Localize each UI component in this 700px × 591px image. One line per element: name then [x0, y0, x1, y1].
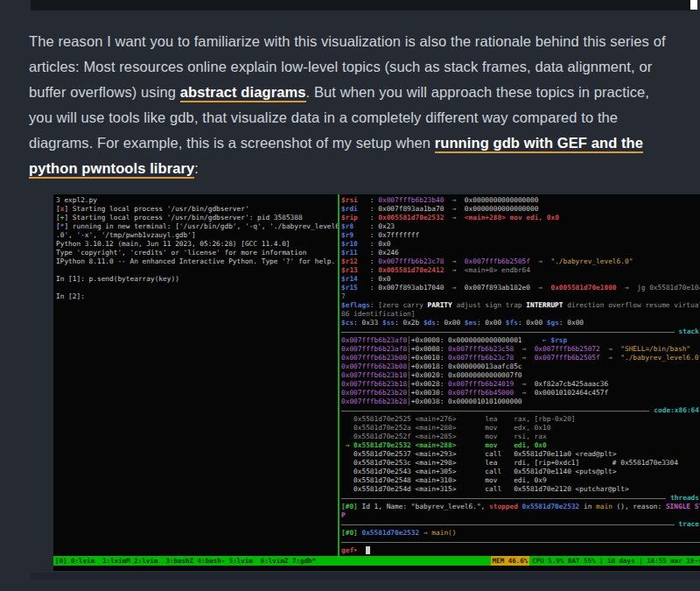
text-segment: 0x007fffb6b23b18	[341, 380, 407, 388]
text-segment: in	[579, 503, 596, 510]
terminal-line: $r15 : 0x007f893ab17040 → 0x007f893ab182…	[341, 284, 700, 292]
terminal-line: → 0x5581d70e2532 <main+288> mov edi, 0x0	[341, 441, 700, 450]
text-segment: →	[530, 257, 550, 265]
text-segment: 0x0000000000000001	[448, 336, 522, 344]
text-segment: 0x007fffb6b24019	[448, 380, 514, 388]
text-segment: 0x007fffb6b2505f	[535, 354, 600, 362]
terminal-line: [#0] Id 1, Name: "babyrev_level6.", stop…	[341, 503, 700, 511]
inline-link[interactable]: abstract diagrams	[180, 84, 306, 102]
text-segment: Python 3.10.12 (main, Jun 11 2023, 05:26…	[56, 240, 290, 248]
terminal-bottom-edge	[53, 566, 700, 571]
text-segment: <main+288> mov edi, 0x0	[465, 214, 559, 222]
text-segment: (), reason:	[612, 503, 666, 510]
text-segment: Id 1, Name: "babyrev_level6.",	[358, 503, 489, 510]
terminal-screenshot: 3 expl2.py[x] Starting local process '/u…	[53, 194, 700, 571]
text-segment: →	[419, 529, 431, 537]
terminal-line: 0x007fffb6b23b18│+0x0028: 0x007fffb6b240…	[341, 380, 700, 389]
text-segment: +0x0038:	[411, 398, 448, 405]
text-segment: gef➤	[341, 546, 358, 554]
text-segment: 0x5581d70e253c <main+298> lea rdi, [rip+…	[341, 459, 678, 467]
terminal-line: $r13 : 0x005581d70e2412 → <main+0> endbr…	[341, 266, 700, 275]
text-segment: 0x00000000000007f0	[448, 371, 522, 379]
section-divider	[341, 538, 700, 546]
terminal-line: Python 3.10.12 (main, Jun 11 2023, 05:26…	[56, 240, 338, 249]
text-segment: P	[341, 511, 346, 519]
text-segment: :	[358, 257, 378, 265]
text-segment: : 0x33	[354, 319, 382, 327]
tmux-system-info: CPU 5.9% BAT 55% | 10 days | 16:55 mar 1…	[529, 556, 700, 566]
text-segment: 0x23	[378, 222, 395, 230]
terminal-line: $cs: 0x33 $ss: 0x2b $ds: 0x00 $es: 0x00 …	[341, 319, 700, 327]
text-segment: 0x007f893ab182e0	[465, 284, 530, 292]
terminal-line: P	[341, 511, 700, 520]
text-segment: 0x005581d70e1000	[550, 284, 616, 292]
terminal-line: 7	[341, 292, 700, 301]
text-segment: :	[358, 205, 378, 213]
terminal-line: 0x5581d70e2537 <main+293> call 0x5581d70…	[341, 450, 700, 459]
text-segment: 0x246	[378, 249, 398, 257]
terminal-line: 0x5581d70e253c <main+298> lea rdi, [rip+…	[341, 459, 700, 468]
terminal-line: $r9 : 0x7fffffff	[341, 231, 700, 240]
text-segment: 7	[341, 292, 346, 300]
text-segment: →	[341, 441, 354, 449]
terminal-line: 0x5581d70e2548 <main+310> mov edi, 0x9	[341, 476, 700, 485]
text-segment: "./babyrev_level6.0"	[550, 257, 633, 265]
text-segment: $r10	[341, 240, 358, 248]
text-segment: 0x7fffffff	[378, 231, 419, 239]
text-segment: IPython 8.11.0 -- An enhanced Interactiv…	[56, 257, 335, 265]
text-segment: +0x0010:	[411, 354, 448, 362]
terminal-line: 0x5581d70e252a <main+280> mov edx, 0x10	[341, 424, 700, 433]
terminal-line: In [2]:	[56, 292, 338, 301]
text-segment: 0x5581d70e252f <main+285> mov rsi, rax	[341, 433, 547, 440]
text-segment: $ss	[382, 319, 395, 327]
text-segment: 0x5581d70e2525 <main+276> lea rax, [rbp-…	[341, 415, 576, 423]
terminal-line: [#0] 0x5581d70e2532 → main()	[341, 529, 700, 538]
text-segment: : 0x00	[518, 319, 547, 327]
text-segment: PARITY	[428, 301, 452, 309]
text-segment: 0x000000013aafc85c	[448, 362, 522, 370]
tmux-mem-badge: MEM 46.6%	[491, 556, 530, 566]
section-divider: stack	[341, 327, 700, 336]
paragraph-text: :	[194, 160, 199, 176]
text-segment: →	[444, 205, 464, 213]
terminal-line	[56, 266, 338, 275]
terminal-line: 0x5581d70e2543 <main+305> call 0x5581d70…	[341, 468, 700, 476]
terminal-line: $r14 : 0x0	[341, 275, 700, 284]
text-segment: 0x5581d70e2543 <main+305> call 0x5581d70…	[341, 468, 617, 475]
text-segment: [#0]	[341, 529, 358, 537]
terminal-line: 0x007fffb6b23b10│+0x0020: 0x000000000000…	[341, 371, 700, 380]
terminal-line: 0x007fffb6b23b20│+0x0030: 0x007fffb6b450…	[341, 389, 700, 398]
text-segment: : 0x00	[477, 319, 506, 327]
terminal-line: [*] running in new terminal: ['/usr/bin/…	[56, 222, 338, 231]
terminal-line: Type 'copyright', 'credits' or 'license'…	[56, 249, 338, 257]
text-segment: 0x5581d70e254d <main+315> call 0x5581d70…	[341, 485, 629, 493]
terminal-line: 0x007fffb6b23b28│+0x0038: 0x000001010100…	[341, 398, 700, 406]
text-segment: SINGLE STE	[666, 503, 700, 510]
text-segment: 0x007fffb6b45000	[448, 389, 514, 397]
text-segment: $rsi	[341, 196, 358, 204]
terminal-line: $r10 : 0x0	[341, 240, 700, 249]
terminal-line: IPython 8.11.0 -- An enhanced Interactiv…	[56, 257, 338, 266]
text-segment: [#0]	[341, 503, 358, 510]
text-segment: 0x5581d70e2532	[361, 529, 419, 537]
text-segment: 0x007f893ab17040	[378, 284, 444, 292]
terminal-line: $rdi : 0x007f893aa1ba70 → 0x000000000000…	[341, 205, 700, 214]
text-segment: :	[358, 266, 378, 274]
scrollbar-thumb[interactable]	[690, 0, 697, 10]
tmux-panes: 3 expl2.py[x] Starting local process '/u…	[53, 194, 700, 556]
text-segment: →	[444, 266, 464, 274]
text-segment: <main+0> endbr64	[465, 266, 530, 274]
text-segment: 0x007fffb6b23b20	[341, 389, 407, 397]
text-segment: ] Starting local process '/usr/bin/gdbse…	[64, 214, 302, 222]
text-segment: In [2]:	[56, 292, 85, 300]
text-segment: →	[444, 257, 464, 265]
text-segment: :	[354, 231, 378, 239]
text-segment	[366, 546, 370, 554]
text-segment: ] Starting local process '/usr/bin/gdbse…	[64, 205, 248, 213]
terminal-line: $rsi : 0x007fffb6b23b40 → 0x000000000000…	[341, 196, 700, 205]
text-segment: adjust sign trap	[452, 301, 527, 309]
divider-line	[341, 411, 649, 412]
text-segment: 0x007fffb6b25072	[535, 345, 600, 353]
text-segment: 0x007fffb6b23b00	[341, 354, 407, 362]
text-segment: 86 identification]	[341, 310, 416, 318]
